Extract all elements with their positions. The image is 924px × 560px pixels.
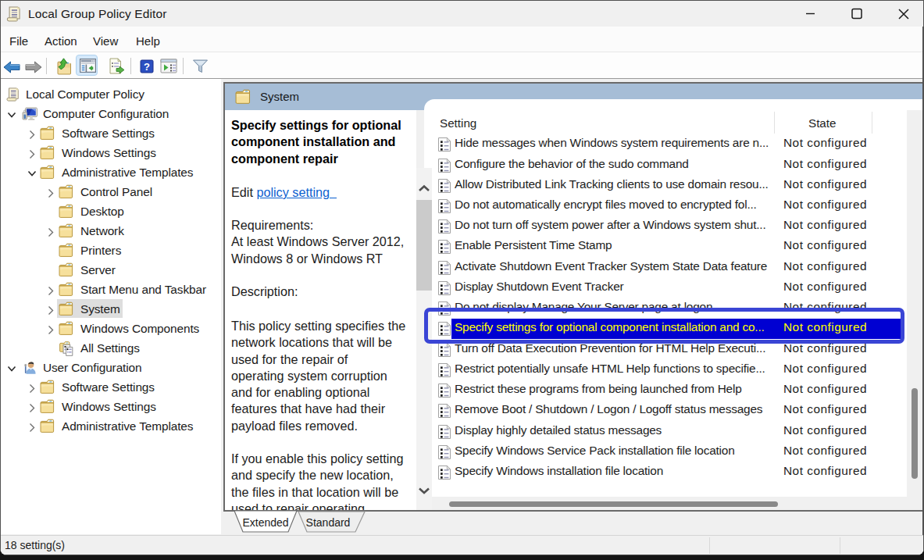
svg-text:Extended: Extended xyxy=(242,516,288,529)
svg-text:Standard: Standard xyxy=(306,516,351,529)
svg-text:?: ? xyxy=(144,61,150,73)
